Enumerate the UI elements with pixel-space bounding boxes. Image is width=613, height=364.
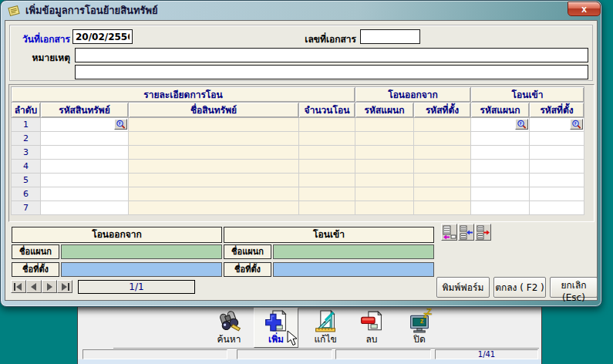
in-dept-cell[interactable] bbox=[471, 132, 530, 146]
toolbar-button-search[interactable]: ค้นหา bbox=[207, 308, 251, 348]
dialog-title: เพิ่มข้อมูลการโอนย้ายสินทรัพย์ bbox=[25, 2, 158, 19]
grid-row-4: 4 bbox=[12, 160, 584, 174]
in-dept-cell[interactable]: F bbox=[471, 118, 530, 132]
in-dept-cell[interactable] bbox=[471, 146, 530, 160]
nav-previous-button[interactable] bbox=[26, 280, 42, 293]
out-dept-cell[interactable] bbox=[355, 132, 414, 146]
toolbar-button-delete[interactable]: ลบ bbox=[349, 308, 394, 348]
in-loc-cell[interactable] bbox=[530, 146, 584, 160]
status-bar: 1/41 bbox=[78, 349, 541, 359]
out-dept-cell[interactable] bbox=[355, 174, 414, 187]
monitor-sleep-close-icon: z z Z bbox=[406, 308, 433, 334]
mouse-cursor bbox=[287, 330, 298, 346]
out-dept-cell[interactable] bbox=[355, 187, 414, 201]
in-dept-cell[interactable] bbox=[471, 174, 530, 187]
remark-input-1[interactable] bbox=[75, 48, 588, 62]
lookup-magnifier-icon: F bbox=[516, 120, 527, 129]
in-loc-cell[interactable] bbox=[530, 187, 584, 201]
asset-name-cell[interactable] bbox=[129, 118, 299, 132]
doc-date-label: วันที่เอกสาร bbox=[10, 32, 70, 46]
toolbar-label-search: ค้นหา bbox=[217, 334, 241, 345]
parent-app-window: ค้นหา เพิ่ม แก้ไข bbox=[77, 305, 542, 364]
toolbar-button-close[interactable]: z z Z ปิด bbox=[397, 308, 442, 348]
asset-name-cell[interactable] bbox=[129, 132, 299, 146]
column-header-asset-name: ชื่อสินทรัพย์ bbox=[129, 103, 299, 118]
nav-next-button[interactable] bbox=[42, 280, 57, 293]
asset-code-cell[interactable] bbox=[41, 174, 129, 187]
next-record-icon bbox=[45, 283, 54, 291]
toolbar-button-edit[interactable]: แก้ไข bbox=[303, 308, 348, 348]
dialog-titlebar[interactable]: เพิ่มข้อมูลการโอนย้ายสินทรัพย์ x bbox=[1, 1, 601, 20]
in-loc-cell[interactable] bbox=[530, 201, 584, 215]
asset-code-cell[interactable] bbox=[41, 132, 129, 146]
in-loc-cell[interactable]: F bbox=[530, 118, 584, 132]
asset-code-cell[interactable] bbox=[41, 146, 129, 160]
out-loc-cell[interactable] bbox=[414, 118, 471, 132]
qty-cell[interactable] bbox=[299, 201, 355, 215]
asset-code-cell[interactable] bbox=[41, 187, 129, 201]
out-loc-cell[interactable] bbox=[414, 132, 471, 146]
previous-record-icon bbox=[29, 283, 39, 291]
qty-cell[interactable] bbox=[299, 132, 355, 146]
in-loc-cell[interactable] bbox=[530, 160, 584, 174]
cancel-button[interactable]: ยกเลิก (Esc) bbox=[550, 277, 598, 298]
in-dept-cell[interactable] bbox=[471, 201, 530, 215]
out-loc-cell[interactable] bbox=[414, 187, 471, 201]
qty-cell[interactable] bbox=[299, 146, 355, 160]
ok-button[interactable]: ตกลง ( F2 ) bbox=[493, 277, 546, 298]
doc-date-input[interactable] bbox=[72, 29, 133, 44]
delete-document-icon bbox=[359, 308, 385, 334]
dialog-window: เพิ่มข้อมูลการโอนย้ายสินทรัพย์ x วันที่เ… bbox=[0, 0, 602, 307]
qty-cell[interactable] bbox=[299, 118, 355, 132]
toolbar-label-add: เพิ่ม bbox=[268, 334, 284, 345]
remark-input-2[interactable] bbox=[75, 65, 588, 79]
column-header-asset-code: รหัสสินทรัพย์ bbox=[41, 103, 129, 118]
doc-no-input[interactable] bbox=[360, 29, 420, 44]
asset-code-cell[interactable] bbox=[41, 160, 129, 174]
nav-last-button[interactable] bbox=[57, 280, 72, 293]
out-loc-cell[interactable] bbox=[414, 160, 471, 174]
copy-row-right-button[interactable] bbox=[475, 224, 491, 241]
out-loc-cell[interactable] bbox=[414, 201, 471, 215]
asset-name-cell[interactable] bbox=[129, 160, 299, 174]
asset-code-lookup-button[interactable]: F bbox=[114, 119, 127, 130]
status-panel-1 bbox=[83, 349, 227, 359]
panel-out-dept-value bbox=[61, 244, 222, 259]
in-dept-cell[interactable] bbox=[471, 187, 530, 201]
grid-row-1: 1 F bbox=[12, 118, 584, 132]
in-dept-cell[interactable] bbox=[471, 160, 530, 174]
panel-out-dept-label: ชื่อแผนก bbox=[12, 244, 59, 259]
out-dept-cell[interactable] bbox=[355, 201, 414, 215]
out-dept-cell[interactable] bbox=[355, 118, 414, 132]
in-loc-cell[interactable] bbox=[530, 174, 584, 187]
transfer-grid: รายละเอียดการโอน โอนออกจาก โอนเข้า ลำดับ… bbox=[11, 86, 584, 215]
nav-first-button[interactable] bbox=[11, 280, 26, 293]
asset-name-cell[interactable] bbox=[129, 146, 299, 160]
in-dept-lookup-button[interactable]: F bbox=[515, 119, 528, 130]
asset-name-cell[interactable] bbox=[129, 187, 299, 201]
transfer-grid-container: รายละเอียดการโอน โอนออกจาก โอนเข้า ลำดับ… bbox=[8, 84, 594, 222]
grid-row-5: 5 bbox=[12, 174, 584, 187]
print-form-button[interactable]: พิมพ์ฟอร์ม bbox=[436, 277, 490, 298]
qty-cell[interactable] bbox=[299, 174, 355, 187]
qty-cell[interactable] bbox=[299, 160, 355, 174]
qty-cell[interactable] bbox=[299, 187, 355, 201]
asset-name-cell[interactable] bbox=[129, 201, 299, 215]
out-dept-cell[interactable] bbox=[355, 146, 414, 160]
in-loc-cell[interactable] bbox=[530, 132, 584, 146]
out-dept-cell[interactable] bbox=[355, 160, 414, 174]
copy-row-left-button[interactable] bbox=[441, 224, 457, 241]
asset-code-cell[interactable]: F bbox=[41, 118, 129, 132]
asset-code-cell[interactable] bbox=[41, 201, 129, 215]
edit-document-icon bbox=[312, 308, 338, 334]
last-record-icon bbox=[60, 283, 69, 291]
asset-name-cell[interactable] bbox=[129, 174, 299, 187]
toolbar-label-delete: ลบ bbox=[366, 334, 378, 345]
in-loc-lookup-button[interactable]: F bbox=[570, 119, 583, 130]
copy-all-left-button[interactable] bbox=[458, 224, 474, 241]
out-loc-cell[interactable] bbox=[414, 174, 471, 187]
toolbar-label-close: ปิด bbox=[413, 334, 425, 345]
out-loc-cell[interactable] bbox=[414, 146, 471, 160]
close-button[interactable]: x bbox=[568, 2, 601, 16]
add-document-icon bbox=[263, 308, 289, 334]
